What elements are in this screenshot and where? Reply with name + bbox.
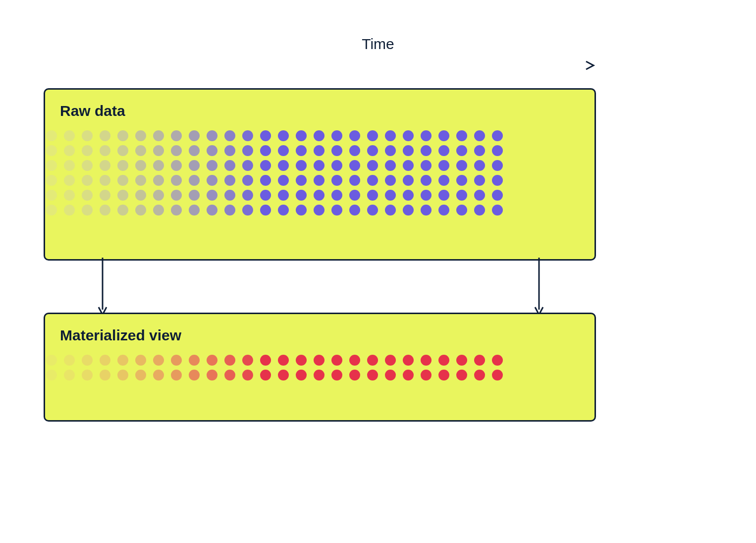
data-dot [135,160,146,171]
dot-row [46,175,580,186]
data-dot [349,355,360,366]
data-dot [456,355,467,366]
data-dot [260,130,271,141]
data-dot [403,175,414,186]
data-dot [64,160,75,171]
data-dot [153,355,164,366]
data-dot [385,355,396,366]
data-dot [349,190,360,201]
data-dot [171,190,182,201]
data-dot [492,145,503,156]
data-dot [171,175,182,186]
data-dot [403,370,414,380]
data-dot [278,130,289,141]
data-dot [46,355,57,366]
data-dot [171,370,182,380]
data-dot [46,175,57,186]
data-dot [82,355,93,366]
dot-row [46,190,580,201]
data-dot [403,190,414,201]
data-dot [278,145,289,156]
data-dot [100,190,110,201]
data-dot [296,175,307,186]
data-dot [224,175,235,186]
data-dot [474,370,485,380]
data-dot [46,190,57,201]
data-dot [100,355,110,366]
data-dot [385,160,396,171]
data-dot [224,355,235,366]
data-dot [349,160,360,171]
data-dot [278,355,289,366]
data-dot [474,160,485,171]
data-dot [153,160,164,171]
data-dot [171,355,182,366]
data-dot [207,160,217,171]
data-dot [492,370,503,380]
data-dot [438,130,449,141]
data-dot [421,205,432,216]
data-dot [456,190,467,201]
data-dot [421,130,432,141]
data-dot [242,145,253,156]
data-dot [117,190,128,201]
data-dot [242,355,253,366]
data-dot [260,205,271,216]
data-dot [189,145,200,156]
data-dot [438,160,449,171]
data-dot [100,175,110,186]
data-dot [367,175,378,186]
data-dot [82,145,93,156]
data-dot [171,160,182,171]
data-dot [367,130,378,141]
data-dot [456,130,467,141]
data-dot [349,370,360,380]
data-dot [153,175,164,186]
data-dot [314,355,324,366]
data-dot [189,160,200,171]
data-dot [385,145,396,156]
data-dot [207,175,217,186]
data-dot [242,175,253,186]
data-dot [385,190,396,201]
data-dot [224,145,235,156]
data-dot [278,370,289,380]
data-dot [438,145,449,156]
data-dot [242,130,253,141]
materialized-view-panel: Materialized view [44,313,596,422]
data-dot [456,370,467,380]
data-dot [242,160,253,171]
data-dot [64,130,75,141]
data-dot [385,205,396,216]
data-dot [171,205,182,216]
data-dot [296,145,307,156]
dot-row [46,145,580,156]
data-dot [260,160,271,171]
data-dot [421,145,432,156]
dot-row [46,355,580,366]
data-dot [331,130,342,141]
data-dot [492,160,503,171]
data-dot [278,160,289,171]
data-dot [135,190,146,201]
data-dot [349,145,360,156]
data-dot [64,190,75,201]
data-dot [117,370,128,380]
data-dot [492,190,503,201]
data-dot [492,175,503,186]
data-dot [492,355,503,366]
data-dot [260,355,271,366]
data-dot [64,145,75,156]
data-dot [46,145,57,156]
data-dot [331,370,342,380]
data-dot [438,205,449,216]
data-dot [224,370,235,380]
data-dot [314,130,324,141]
data-dot [403,205,414,216]
data-dot [135,205,146,216]
data-dot [153,130,164,141]
data-dot [385,175,396,186]
data-dot [438,370,449,380]
data-dot [117,160,128,171]
data-dot [64,370,75,380]
